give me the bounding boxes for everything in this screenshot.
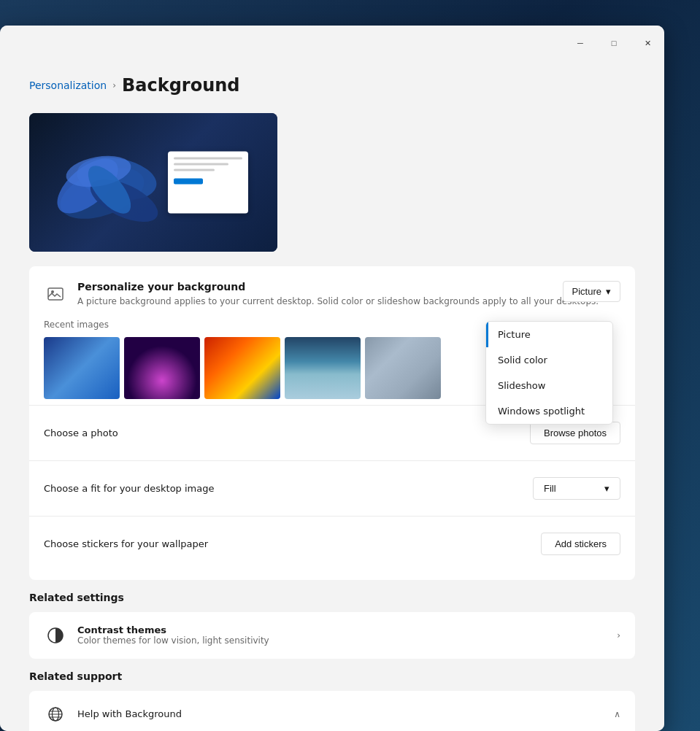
browse-photos-button[interactable]: Browse photos (530, 422, 620, 444)
contrast-themes-arrow-icon: › (617, 630, 620, 641)
choose-fit-label: Choose a fit for your desktop image (44, 483, 215, 494)
help-arrow-icon: ∧ (614, 709, 620, 719)
close-button[interactable]: ✕ (631, 31, 664, 55)
personalize-description: A picture background applies to your cur… (77, 295, 599, 308)
breadcrumb-separator: › (112, 80, 116, 90)
personalize-title: Personalize your background (77, 281, 599, 293)
dropdown-selected-label: Picture (572, 286, 601, 297)
help-with-background-row[interactable]: Help with Background ∧ (29, 691, 635, 731)
preview-background (29, 113, 277, 252)
stickers-label: Choose stickers for your wallpaper (44, 538, 208, 549)
contrast-themes-icon (44, 624, 67, 647)
contrast-themes-title: Contrast themes (77, 624, 269, 635)
help-background-label: Help with Background (77, 708, 604, 719)
contrast-themes-card[interactable]: Contrast themes Color themes for low vis… (29, 612, 635, 659)
settings-window: ─ □ ✕ Personalization › Background (0, 26, 664, 731)
menu-item-windows-spotlight[interactable]: Windows spotlight (486, 398, 612, 424)
personalize-icon (44, 282, 67, 306)
globe-icon (47, 706, 64, 722)
maximize-button[interactable]: □ (597, 31, 631, 55)
mock-line-2 (174, 163, 228, 166)
background-type-menu: Picture Solid color Slideshow Windows sp… (485, 321, 613, 425)
thumbnail-3[interactable] (204, 337, 280, 399)
fit-select-button[interactable]: Fill ▾ (533, 477, 620, 500)
choose-fit-row: Choose a fit for your desktop image Fill… (44, 467, 620, 510)
choose-photo-label: Choose a photo (44, 428, 118, 438)
mock-line-1 (174, 158, 242, 160)
page-title: Background (122, 75, 240, 96)
background-preview (29, 113, 277, 252)
mock-button (174, 179, 203, 185)
menu-item-solid-color[interactable]: Solid color (486, 347, 612, 373)
related-support-title: Related support (29, 670, 635, 682)
divider-3 (29, 516, 635, 517)
thumbnail-4[interactable] (285, 337, 361, 399)
related-settings-title: Related settings (29, 592, 635, 603)
preview-window-mock (168, 152, 248, 214)
image-icon (47, 285, 64, 303)
fit-value: Fill (544, 483, 556, 494)
thumbnail-1[interactable] (44, 337, 120, 399)
add-stickers-button[interactable]: Add stickers (541, 533, 620, 555)
divider-2 (29, 460, 635, 461)
dropdown-arrow-icon: ▾ (606, 286, 611, 297)
menu-item-picture[interactable]: Picture (486, 322, 612, 347)
thumbnail-2[interactable] (124, 337, 200, 399)
breadcrumb-parent[interactable]: Personalization (29, 80, 107, 91)
thumbnail-5[interactable] (365, 337, 441, 399)
stickers-row: Choose stickers for your wallpaper Add s… (44, 522, 620, 565)
minimize-button[interactable]: ─ (564, 31, 597, 55)
menu-item-slideshow[interactable]: Slideshow (486, 373, 612, 398)
fit-arrow-icon: ▾ (604, 483, 609, 494)
support-card: Help with Background ∧ (29, 691, 635, 731)
window-controls: ─ □ ✕ (564, 26, 664, 61)
background-type-dropdown[interactable]: Picture ▾ (563, 281, 620, 302)
mock-line-3 (174, 169, 215, 171)
breadcrumb: Personalization › Background (29, 75, 635, 96)
contrast-themes-text: Contrast themes Color themes for low vis… (77, 624, 269, 646)
contrast-themes-description: Color themes for low vision, light sensi… (77, 635, 269, 646)
personalize-text: Personalize your background A picture ba… (77, 281, 599, 308)
personalize-header: Personalize your background A picture ba… (44, 281, 620, 308)
contrast-icon (47, 627, 64, 644)
help-icon (44, 703, 67, 726)
titlebar: ─ □ ✕ (0, 26, 664, 61)
